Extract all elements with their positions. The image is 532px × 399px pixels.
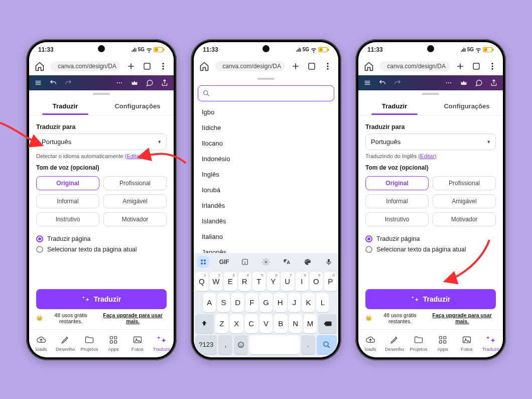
- tone-motivador[interactable]: Motivador: [103, 212, 167, 226]
- tab-translate[interactable]: Traduzir: [358, 97, 431, 115]
- tone-original[interactable]: Original: [365, 176, 429, 190]
- crown-icon[interactable]: [130, 79, 139, 87]
- key[interactable]: F: [245, 293, 258, 312]
- space-key[interactable]: [249, 335, 299, 354]
- share-icon[interactable]: [490, 79, 498, 87]
- nav-uploads[interactable]: loads: [358, 330, 382, 357]
- new-tab-icon[interactable]: [290, 61, 301, 72]
- key[interactable]: H: [274, 293, 287, 312]
- nav-photos[interactable]: Fotos: [125, 330, 150, 357]
- tone-profissional[interactable]: Profissional: [433, 176, 496, 190]
- key[interactable]: O9: [310, 272, 323, 291]
- key[interactable]: L: [316, 293, 329, 312]
- radio-select-text[interactable]: Selecionar texto da página atual: [365, 246, 496, 253]
- nav-draw[interactable]: Desenho: [53, 330, 77, 357]
- key[interactable]: K: [302, 293, 315, 312]
- upgrade-link[interactable]: Faça upgrade para usar mais.: [428, 312, 496, 324]
- sheet-handle[interactable]: [29, 90, 174, 97]
- tab-translate[interactable]: Traduzir: [29, 97, 101, 115]
- radio-translate-page[interactable]: Traduzir página: [365, 235, 496, 242]
- key[interactable]: X: [230, 314, 243, 333]
- tab-settings[interactable]: Configurações: [101, 97, 174, 115]
- language-option[interactable]: Japonês: [200, 244, 332, 253]
- translate-button[interactable]: Traduzir: [36, 289, 167, 309]
- nav-uploads[interactable]: loads: [29, 330, 53, 357]
- comment-icon[interactable]: [146, 79, 154, 87]
- language-option[interactable]: Islandês: [200, 213, 332, 229]
- key[interactable]: G: [259, 293, 272, 312]
- radio-translate-page[interactable]: Traduzir página: [36, 235, 167, 242]
- tabs-icon[interactable]: [471, 61, 482, 72]
- undo-icon[interactable]: [378, 79, 386, 87]
- tone-amigavel[interactable]: Amigável: [103, 194, 167, 208]
- comma-key[interactable]: ,: [218, 335, 232, 354]
- key[interactable]: D: [231, 293, 244, 312]
- language-option[interactable]: Igbo: [200, 104, 332, 120]
- tone-informal[interactable]: Informal: [36, 194, 99, 208]
- key[interactable]: N: [289, 314, 302, 333]
- tab-settings[interactable]: Configurações: [431, 97, 503, 115]
- tone-motivador[interactable]: Motivador: [433, 212, 496, 226]
- nav-apps[interactable]: Apps: [431, 330, 455, 357]
- tone-instrutivo[interactable]: Instrutivo: [36, 212, 99, 226]
- key[interactable]: V: [259, 314, 273, 333]
- key[interactable]: B: [274, 314, 287, 333]
- overflow-menu-icon[interactable]: [487, 61, 498, 72]
- nav-translate[interactable]: Traduzir: [150, 330, 174, 357]
- key[interactable]: P0: [324, 272, 337, 291]
- key[interactable]: R4: [238, 272, 251, 291]
- comment-icon[interactable]: [475, 79, 483, 87]
- url-bar[interactable]: canva.com/design/DA: [215, 61, 285, 71]
- key[interactable]: A: [203, 293, 216, 312]
- key[interactable]: Z: [215, 314, 228, 333]
- key[interactable]: E3: [224, 272, 237, 291]
- tone-amigavel[interactable]: Amigável: [433, 194, 496, 208]
- radio-select-text[interactable]: Selecionar texto da página atual: [36, 246, 167, 253]
- key[interactable]: C: [245, 314, 258, 333]
- url-bar[interactable]: canva.com/design/DA: [50, 61, 120, 71]
- nav-projects[interactable]: Projetos: [77, 330, 101, 357]
- tabs-icon[interactable]: [306, 61, 317, 72]
- key[interactable]: I8: [296, 272, 309, 291]
- language-option[interactable]: Irlandês: [200, 198, 332, 213]
- palette-icon[interactable]: [302, 256, 314, 268]
- language-select[interactable]: Português ▾: [365, 134, 496, 150]
- tone-profissional[interactable]: Profissional: [103, 176, 167, 190]
- language-option[interactable]: Indonésio: [200, 151, 332, 167]
- gif-icon[interactable]: GIF: [218, 256, 230, 268]
- settings-icon[interactable]: [260, 256, 272, 268]
- overflow-menu-icon[interactable]: [322, 61, 333, 72]
- sheet-handle[interactable]: [194, 75, 338, 82]
- sticker-icon[interactable]: [239, 256, 251, 268]
- backspace-key[interactable]: [318, 314, 337, 333]
- key[interactable]: S: [217, 293, 230, 312]
- key[interactable]: U7: [281, 272, 294, 291]
- search-key[interactable]: [317, 335, 337, 354]
- language-select[interactable]: Português ▾: [36, 134, 167, 150]
- undo-icon[interactable]: [49, 79, 57, 87]
- nav-translate[interactable]: Traduzir: [479, 330, 503, 357]
- tone-original[interactable]: Original: [36, 176, 99, 190]
- language-option[interactable]: Inglês: [200, 167, 332, 182]
- nav-projects[interactable]: Projetos: [407, 330, 431, 357]
- home-icon[interactable]: [199, 61, 210, 72]
- symbols-key[interactable]: ?123: [195, 335, 217, 354]
- translate-button[interactable]: Traduzir: [365, 289, 496, 309]
- mic-icon[interactable]: [323, 256, 335, 268]
- emoji-key[interactable]: [234, 335, 248, 354]
- key[interactable]: M: [304, 314, 317, 333]
- home-icon[interactable]: [363, 61, 374, 72]
- key[interactable]: J: [288, 293, 301, 312]
- key[interactable]: T5: [252, 272, 265, 291]
- language-option[interactable]: Italiano: [200, 229, 332, 244]
- edit-source-language-link[interactable]: (Editar): [125, 153, 143, 159]
- language-option[interactable]: Ilocano: [200, 136, 332, 151]
- tabs-icon[interactable]: [142, 61, 153, 72]
- url-bar[interactable]: canva.com/design/DA: [379, 61, 450, 71]
- new-tab-icon[interactable]: [125, 61, 137, 72]
- tone-instrutivo[interactable]: Instrutivo: [365, 212, 429, 226]
- sheet-handle[interactable]: [358, 90, 503, 97]
- nav-draw[interactable]: Desenho: [382, 330, 407, 357]
- key[interactable]: Y6: [267, 272, 280, 291]
- crown-icon[interactable]: [460, 79, 468, 87]
